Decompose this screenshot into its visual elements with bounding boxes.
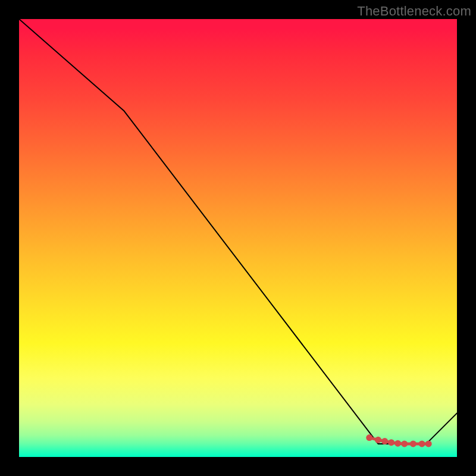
highlight-dot — [410, 440, 416, 447]
curve-path — [19, 19, 457, 444]
highlight-dot — [381, 438, 388, 444]
highlight-dot — [419, 440, 425, 447]
watermark-text: TheBottleneck.com — [357, 4, 471, 19]
plot-area — [19, 19, 457, 457]
highlight-dot — [375, 437, 381, 443]
marker-group — [366, 434, 431, 447]
chart-canvas: TheBottleneck.com — [0, 0, 476, 476]
highlight-dot — [425, 440, 432, 447]
chart-svg — [19, 19, 457, 457]
highlight-dot — [394, 440, 401, 447]
highlight-dot — [366, 434, 372, 441]
highlight-dot — [401, 440, 408, 447]
highlight-dot — [388, 439, 394, 446]
